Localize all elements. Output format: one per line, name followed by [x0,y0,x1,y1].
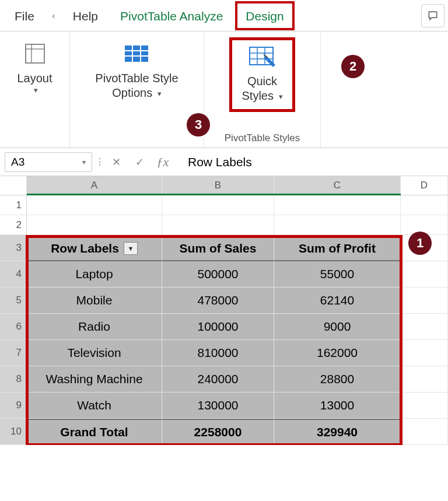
pivot-value[interactable]: 478000 [162,288,274,314]
pivot-value[interactable]: 62140 [274,288,401,314]
pivot-value[interactable]: 13000 [274,393,401,419]
chevron-down-icon: ▾ [34,86,38,95]
chevron-down-icon: ▾ [158,89,162,98]
tab-pivottable-analyze[interactable]: PivotTable Analyze [110,2,233,30]
col-header-D[interactable]: D [401,176,448,195]
tab-file[interactable]: File [5,2,44,30]
col-header-C[interactable]: C [274,176,401,195]
pivot-sum-profit-header[interactable]: Sum of Profit [274,235,401,261]
pivot-label[interactable]: Radio [27,314,162,340]
row-header-4[interactable]: 4 [0,261,27,288]
pivot-data-row: Radio 100000 9000 [27,314,448,340]
pivot-value[interactable]: 240000 [162,366,274,393]
svg-rect-0 [26,44,44,63]
quick-styles-highlight: Quick Styles ▾ [229,37,295,112]
cell[interactable] [401,393,448,419]
row-header-2[interactable]: 2 [0,215,27,235]
cell[interactable] [274,195,401,215]
pivot-value[interactable]: 162000 [274,340,401,366]
callout-badge-1: 1 [408,232,432,255]
pivot-value[interactable]: 100000 [162,314,274,340]
quick-styles-icon [249,45,276,68]
cell[interactable] [162,195,274,215]
pivot-total-label[interactable]: Grand Total [27,419,162,445]
pivot-label[interactable]: Mobile [27,288,162,314]
cell[interactable] [401,366,448,393]
pivot-value[interactable]: 55000 [274,261,401,288]
pivot-total-value[interactable]: 2258000 [162,419,274,445]
row-header-1[interactable]: 1 [0,195,27,215]
pivot-data-row: Washing Machine 240000 28800 [27,366,448,393]
insert-function-button[interactable]: ƒx [154,153,172,171]
quick-styles-line1: Quick [247,74,277,89]
pivot-data-row: Watch 130000 13000 [27,393,448,419]
tab-scroll-left[interactable]: ‹ [46,4,62,27]
name-box[interactable]: A3 ▾ [5,152,92,172]
row-header-7[interactable]: 7 [0,340,27,366]
pivot-value[interactable]: 28800 [274,366,401,393]
pivottable-style-options-menu[interactable]: PivotTable Style Options ▾ [88,37,185,106]
pivot-row-labels-header[interactable]: Row Labels ▼ [27,235,162,261]
callout-badge-2: 2 [341,55,365,78]
pivot-label[interactable]: Washing Machine [27,366,162,393]
col-header-A[interactable]: A [27,176,162,195]
pivot-value[interactable]: 810000 [162,340,274,366]
cell[interactable] [401,195,448,215]
row-header-8[interactable]: 8 [0,366,27,393]
cell[interactable] [401,288,448,314]
ribbon-group-layout: Layout ▾ [0,31,70,148]
select-all-corner[interactable] [0,176,27,195]
filter-dropdown-button[interactable]: ▼ [124,242,138,255]
pivot-label[interactable]: Watch [27,393,162,419]
cell[interactable] [401,261,448,288]
pivot-label[interactable]: Television [27,340,162,366]
pivot-value[interactable]: 500000 [162,261,274,288]
name-box-value: A3 [11,156,24,169]
pivot-sum-sales-header[interactable]: Sum of Sales [162,235,274,261]
pivot-total-value[interactable]: 329940 [274,419,401,445]
col-header-B[interactable]: B [162,176,274,195]
tab-help[interactable]: Help [63,2,108,30]
pivot-header-row: Row Labels ▼ Sum of Sales Sum of Profit [27,235,448,261]
ribbon-group-style-options: PivotTable Style Options ▾ 3 [70,31,204,148]
worksheet: A B C D 1 2 3 4 5 6 7 8 9 10 [0,176,448,445]
quick-styles-menu[interactable]: Quick Styles ▾ [235,40,289,109]
layout-menu[interactable]: Layout ▾ [10,37,59,101]
row-headers: 1 2 3 4 5 6 7 8 9 10 [0,195,27,445]
ribbon-tabs: File ‹ Help PivotTable Analyze Design [0,0,448,31]
cancel-formula-button[interactable]: ✕ [107,153,125,171]
row-header-6[interactable]: 6 [0,314,27,340]
ribbon: Layout ▾ PivotTable Style Options ▾ 3 [0,31,448,148]
cell[interactable] [401,314,448,340]
table-row [27,215,448,235]
cell[interactable] [27,215,162,235]
group-label-styles: PivotTable Styles [204,132,320,144]
cell[interactable] [401,340,448,366]
chevron-down-icon: ▾ [82,158,86,166]
comments-button[interactable] [421,4,444,27]
cell[interactable] [401,419,448,445]
pivot-value[interactable]: 130000 [162,393,274,419]
quick-styles-line2: Styles [242,89,273,102]
cell[interactable] [27,195,162,215]
row-header-10[interactable]: 10 [0,419,27,445]
pivot-label[interactable]: Laptop [27,261,162,288]
style-options-line2: Options [112,86,152,99]
layout-label: Layout [17,71,52,86]
cell[interactable] [162,215,274,235]
cell[interactable] [274,215,401,235]
tab-design[interactable]: Design [235,1,294,30]
accept-formula-button[interactable]: ✓ [131,153,148,171]
row-header-3[interactable]: 3 [0,235,27,261]
row-header-9[interactable]: 9 [0,393,27,419]
header-text: Row Labels [51,241,119,255]
row-header-5[interactable]: 5 [0,288,27,314]
pivot-data-row: Television 810000 162000 [27,340,448,366]
pivot-data-row: Mobile 478000 62140 [27,288,448,314]
formula-content[interactable]: Row Labels [177,155,443,169]
pivot-value[interactable]: 9000 [274,314,401,340]
layout-icon [21,42,49,65]
grip-icon: ⋮ [98,156,102,167]
column-headers: A B C D [0,176,448,195]
pivot-total-row: Grand Total 2258000 329940 [27,419,448,445]
